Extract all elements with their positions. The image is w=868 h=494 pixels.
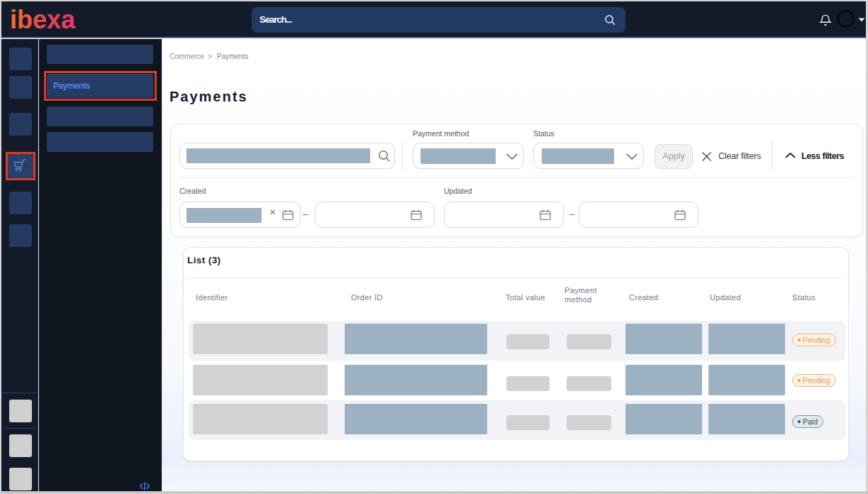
- svg-text:ibexa: ibexa: [10, 6, 76, 31]
